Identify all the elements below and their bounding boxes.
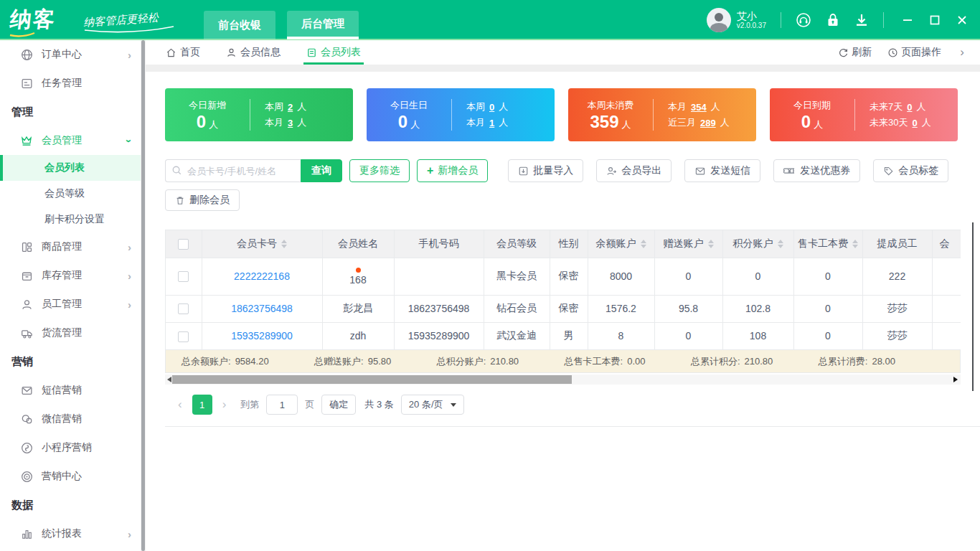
col-member-name[interactable]: 会员姓名 [322,230,394,258]
more-filters-button[interactable]: 更多筛选 [349,159,410,182]
row-checkbox[interactable] [178,271,189,282]
refresh-button[interactable]: 刷新 [838,46,872,59]
brand-logo: 纳客 [10,5,76,34]
sort-icon[interactable] [708,240,714,248]
tab-backoffice[interactable]: 后台管理 [287,11,359,39]
support-headset-icon[interactable] [796,12,811,28]
scroll-right-arrow-icon[interactable] [953,377,958,382]
sidebar-item-wechat-marketing[interactable]: 微信营销 [0,405,146,433]
bar-chart-icon [20,527,33,540]
close-button[interactable] [957,15,967,25]
search-button[interactable]: 查询 [301,159,342,182]
sort-icon[interactable] [281,240,287,248]
sidebar-item-label: 统计报表 [42,527,82,540]
sort-icon[interactable] [778,240,783,248]
sort-icon[interactable] [641,240,646,248]
page-operations-button[interactable]: 页面操作 [887,46,941,59]
partial-cell [932,322,961,349]
scroll-left-arrow-icon[interactable] [167,377,171,382]
sidebar-item-report[interactable]: 统计报表 › [0,519,146,548]
card-sub-label: 本月 [466,116,485,129]
download-icon[interactable] [854,12,869,28]
confirm-page-button[interactable]: 确定 [321,395,356,415]
tab-member-list[interactable]: 会员列表 [306,40,361,65]
sort-icon[interactable] [852,240,858,248]
col-card-number[interactable]: 会员卡号 [202,230,322,258]
tab-front-cashier[interactable]: 前台收银 [204,11,275,39]
col-points[interactable]: 积分账户 [722,230,793,258]
col-phone[interactable]: 手机号码 [394,230,484,258]
chevron-right-icon: › [128,49,131,61]
member-export-button[interactable]: 会员导出 [596,159,672,182]
page-size-select[interactable]: 20 条/页 [401,395,464,415]
sidebar-item-inventory-mgmt[interactable]: 库存管理 › [0,261,146,290]
add-member-button[interactable]: + 新增会员 [417,159,488,182]
send-sms-button[interactable]: 发送短信 [684,159,760,182]
row-checkbox[interactable] [178,303,189,314]
select-all-checkbox[interactable] [178,239,189,250]
card-sub-value[interactable]: 289 [700,118,716,128]
tab-home[interactable]: 首页 [166,40,200,65]
card-sub-value[interactable]: 2 [288,102,293,113]
lock-icon[interactable] [826,12,840,28]
sidebar-item-task-mgmt[interactable]: 任务管理 [0,69,146,98]
sidebar-item-label: 商品管理 [42,240,82,253]
sidebar-item-marketing-center[interactable]: 营销中心 [0,462,146,491]
col-gift[interactable]: 赠送账户 [654,230,722,258]
col-partial[interactable]: 会 [932,230,961,258]
sidebar-item-sms-marketing[interactable]: 短信营销 [0,376,146,405]
horizontal-scrollbar-thumb[interactable] [172,375,572,384]
table-row[interactable]: 2222222168 168 黑卡会员 保密 8000 0 0 0 222 [166,258,961,295]
table-row[interactable]: 18623756498 彭龙昌 18623756498 钻石会员 保密 1576… [166,295,961,322]
sidebar-item-member-level[interactable]: 会员等级 [0,181,146,207]
sidebar-item-card-points-settings[interactable]: 刷卡积分设置 [0,207,146,232]
batch-import-button[interactable]: 批量导入 [508,159,583,182]
card-sub-value[interactable]: 1 [489,118,494,128]
member-tag-button[interactable]: 会员标签 [873,159,948,182]
member-card-fee: 0 [793,258,862,295]
table-row[interactable]: 15935289900 zdh 15935289900 武汉金迪 男 8 0 1… [166,322,961,349]
goto-page-input[interactable] [266,395,298,415]
sidebar-item-order-center[interactable]: 订单中心 › [0,40,146,69]
member-card-link[interactable]: 15935289900 [231,330,293,342]
app-window: 纳客 纳客管店更轻松 前台收银 后台管理 艾小 v2.0.0.37 [0,0,980,551]
current-page-button[interactable]: 1 [192,395,212,415]
card-sub-value[interactable]: 3 [288,118,293,128]
card-sub-value[interactable]: 0 [489,102,494,113]
chevron-down-icon: › [123,139,136,143]
horizontal-scrollbar[interactable] [165,375,961,385]
sidebar-item-staff-mgmt[interactable]: 员工管理 › [0,290,146,319]
sidebar-item-member-list[interactable]: 会员列表 [0,155,146,181]
card-sub-value[interactable]: 0 [907,102,912,113]
tab-member-info[interactable]: 会员信息 [226,40,281,65]
prev-page-button[interactable]: ‹ [175,397,185,412]
sidebar-item-product-mgmt[interactable]: 商品管理 › [0,232,146,261]
avatar[interactable] [707,8,731,32]
row-checkbox[interactable] [178,331,189,342]
sidebar-item-miniprogram-marketing[interactable]: 小程序营销 [0,433,146,462]
card-sub-value[interactable]: 354 [691,102,707,113]
delete-member-button[interactable]: 删除会员 [165,189,240,211]
maximize-button[interactable] [930,15,940,25]
col-commission-staff[interactable]: 提成员工 [862,230,932,258]
minimize-button[interactable] [903,15,913,25]
send-sms-label: 发送短信 [710,164,750,177]
chevron-right-icon[interactable]: › [957,45,967,60]
task-board-icon [20,77,33,90]
col-card-fee[interactable]: 售卡工本费 [793,230,862,258]
send-coupon-button[interactable]: 发送优惠券 [773,159,860,182]
sidebar-item-partial[interactable] [0,548,146,551]
search-input[interactable] [165,159,301,182]
member-card-link[interactable]: 18623756498 [231,303,293,314]
sidebar-item-member-mgmt[interactable]: 会员管理 › [0,126,146,155]
sidebar-item-logistics-mgmt[interactable]: 货流管理 [0,319,146,347]
vertical-scrollbar-line[interactable] [972,222,974,391]
col-level[interactable]: 会员等级 [484,230,550,258]
sidebar-scrollbar-thumb[interactable] [141,40,145,551]
next-page-button[interactable]: › [220,397,230,412]
card-sub-value[interactable]: 0 [912,118,917,128]
col-balance[interactable]: 余额账户 [588,230,654,258]
col-gender[interactable]: 性别 [550,230,588,258]
member-card-link[interactable]: 2222222168 [234,270,290,282]
sidebar-scrollbar[interactable] [141,40,146,551]
